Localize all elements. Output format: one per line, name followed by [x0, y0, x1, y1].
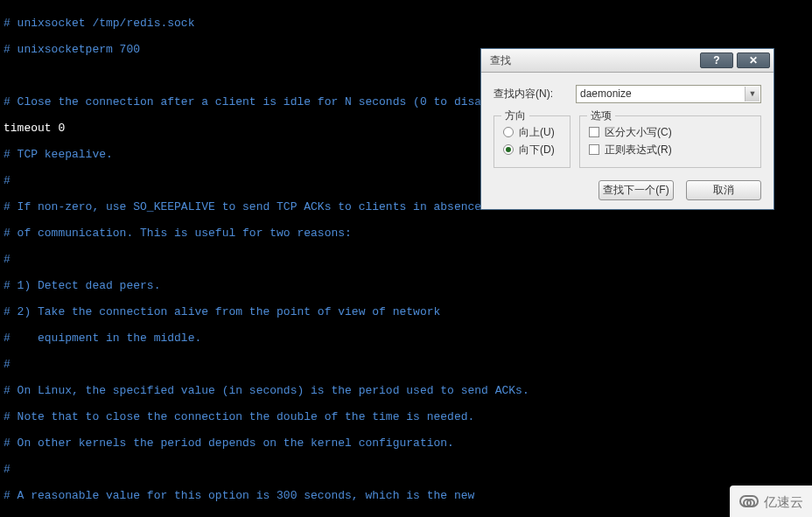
- code-line: # On other kernels the period depends on…: [4, 437, 810, 450]
- checkbox-regex[interactable]: [589, 144, 599, 155]
- find-dialog: 查找 ? ✕ 查找内容(N): daemonize ▼ 方向 向上(U) 向下(…: [480, 48, 774, 210]
- radio-down-label: 向下(D): [519, 143, 555, 157]
- dialog-titlebar[interactable]: 查找 ? ✕: [481, 49, 774, 73]
- checkbox-case-label: 区分大小写(C): [605, 126, 672, 139]
- direction-group: 方向 向上(U) 向下(D): [494, 115, 570, 168]
- code-line: # equipment in the middle.: [4, 332, 810, 345]
- checkbox-regex-label: 正则表达式(R): [605, 143, 672, 157]
- radio-down[interactable]: [503, 144, 514, 155]
- code-line: #: [4, 358, 810, 371]
- code-line: #: [4, 463, 810, 476]
- code-line: #: [4, 253, 810, 266]
- find-input[interactable]: daemonize ▼: [576, 85, 761, 103]
- find-content-label: 查找内容(N):: [494, 87, 576, 101]
- watermark: 亿速云: [730, 486, 812, 517]
- code-line: # 1) Detect dead peers.: [4, 279, 810, 292]
- radio-up[interactable]: [503, 127, 514, 137]
- radio-up-label: 向上(U): [519, 126, 555, 139]
- cancel-button[interactable]: 取消: [686, 180, 761, 200]
- code-line: # Note that to close the connection the …: [4, 410, 810, 423]
- group-title: 选项: [587, 109, 615, 122]
- watermark-icon: [739, 495, 759, 507]
- code-line: # unixsocket /tmp/redis.sock: [4, 17, 810, 30]
- combo-arrow-icon[interactable]: ▼: [745, 87, 760, 101]
- find-next-button[interactable]: 查找下一个(F): [598, 180, 674, 200]
- dialog-title: 查找: [490, 54, 696, 67]
- code-line: # of communication. This is useful for t…: [4, 227, 810, 240]
- code-line: # 2) Take the connection alive from the …: [4, 305, 810, 318]
- checkbox-case[interactable]: [589, 127, 599, 137]
- code-line: # A reasonable value for this option is …: [4, 489, 810, 502]
- close-button[interactable]: ✕: [737, 52, 770, 68]
- options-group: 选项 区分大小写(C) 正则表达式(R): [579, 115, 761, 168]
- code-line: # On Linux, the specified value (in seco…: [4, 384, 810, 397]
- help-button[interactable]: ?: [700, 52, 733, 68]
- watermark-text: 亿速云: [764, 495, 803, 508]
- find-input-value: daemonize: [580, 87, 632, 101]
- group-title: 方向: [501, 109, 529, 122]
